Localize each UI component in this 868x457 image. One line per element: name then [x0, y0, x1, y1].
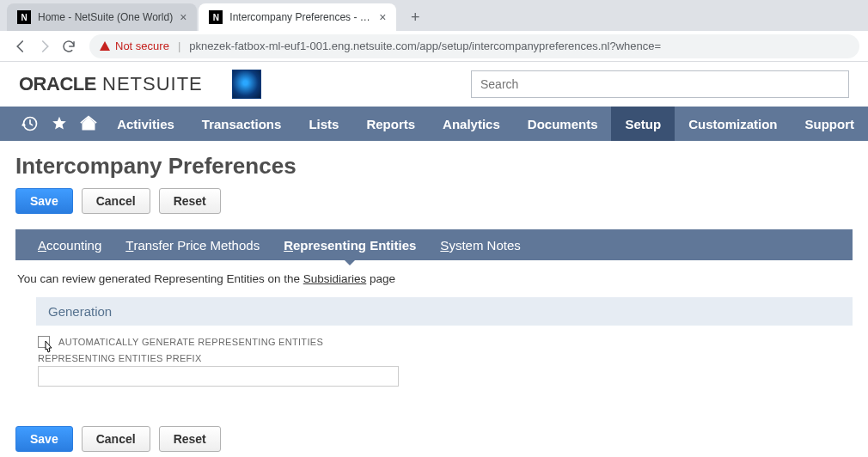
star-icon[interactable] [45, 115, 74, 132]
favicon-netsuite: N [17, 10, 31, 24]
review-text: You can review generated Representing En… [17, 272, 851, 285]
nav-lists[interactable]: Lists [295, 107, 352, 141]
address-field[interactable]: Not secure | pknezek-fatbox-ml-euf1-001.… [89, 34, 859, 58]
reset-button[interactable]: Reset [159, 188, 221, 214]
arrow-left-icon [13, 39, 28, 54]
url-text: pknezek-fatbox-ml-euf1-001.eng.netsuite.… [189, 40, 661, 52]
page-title: Intercompany Preferences [15, 153, 853, 180]
browser-tab-home[interactable]: N Home - NetSuite (One World) × [7, 3, 197, 31]
subtab-accounting[interactable]: Accounting [26, 229, 113, 260]
cancel-button-bottom[interactable]: Cancel [82, 426, 150, 452]
reload-icon [61, 39, 76, 54]
arrow-right-icon [37, 39, 52, 54]
logo-oracle: ORACLE [19, 73, 96, 94]
nav-transactions[interactable]: Transactions [188, 107, 296, 141]
new-tab-button[interactable]: + [403, 5, 427, 29]
subtab-transfer-price[interactable]: Transfer Price Methods [113, 229, 272, 260]
prefix-input[interactable] [38, 366, 399, 387]
save-button[interactable]: Save [15, 188, 73, 214]
reset-button-bottom[interactable]: Reset [159, 426, 221, 452]
page-body: Intercompany Preferences Save Cancel Res… [0, 141, 868, 457]
save-button-bottom[interactable]: Save [15, 426, 73, 452]
search-input[interactable] [471, 70, 849, 98]
generation-section: Generation AUTOMATICALLY GENERATE REPRES… [36, 297, 853, 400]
logo-netsuite: NETSUITE [96, 73, 203, 94]
nav-activities[interactable]: Activities [103, 107, 188, 141]
nav-support[interactable]: Support [792, 107, 869, 141]
button-row-top: Save Cancel Reset [15, 188, 853, 214]
cancel-button[interactable]: Cancel [82, 188, 150, 214]
browser-address-bar: Not secure | pknezek-fatbox-ml-euf1-001.… [0, 31, 868, 62]
recent-icon[interactable] [15, 115, 45, 132]
tab-title: Intercompany Preferences - NetS [229, 11, 372, 23]
nav-customization[interactable]: Customization [675, 107, 791, 141]
browser-tab-active[interactable]: N Intercompany Preferences - NetS × [199, 3, 396, 31]
security-indicator[interactable]: Not secure [100, 40, 169, 52]
close-icon[interactable]: × [379, 10, 386, 24]
oracle-netsuite-logo[interactable]: ORACLE NETSUITE [19, 73, 203, 95]
globe-logo-icon[interactable] [232, 70, 261, 99]
nav-setup[interactable]: Setup [611, 107, 675, 141]
auto-generate-checkbox[interactable] [38, 336, 50, 348]
section-title: Generation [36, 297, 853, 326]
warning-icon [100, 41, 110, 51]
nav-reports[interactable]: Reports [352, 107, 429, 141]
button-row-bottom: Save Cancel Reset [15, 426, 853, 452]
close-icon[interactable]: × [180, 10, 186, 24]
auto-generate-label: AUTOMATICALLY GENERATE REPRESENTING ENTI… [58, 337, 323, 347]
main-nav: Activities Transactions Lists Reports An… [0, 107, 868, 141]
search-container [471, 70, 849, 98]
nav-documents[interactable]: Documents [514, 107, 612, 141]
back-button[interactable] [9, 34, 33, 58]
app-header: ORACLE NETSUITE [0, 62, 868, 107]
prefix-label: REPRESENTING ENTITIES PREFIX [38, 353, 853, 363]
not-secure-label: Not secure [115, 40, 169, 52]
subtab-representing-entities[interactable]: Representing Entities [272, 229, 428, 260]
subtabs: Accounting Transfer Price Methods Repres… [15, 229, 853, 260]
reload-button[interactable] [57, 34, 81, 58]
favicon-netsuite: N [209, 10, 223, 24]
separator: | [178, 40, 180, 52]
subsidiaries-link[interactable]: Subsidiaries [303, 272, 367, 285]
subtab-system-notes[interactable]: System Notes [428, 229, 532, 260]
home-icon[interactable] [74, 115, 103, 132]
browser-tab-strip: N Home - NetSuite (One World) × N Interc… [0, 0, 868, 31]
review-text-post: page [366, 272, 395, 285]
review-text-pre: You can review generated Representing En… [17, 272, 303, 285]
tab-title: Home - NetSuite (One World) [38, 11, 173, 23]
forward-button[interactable] [33, 34, 57, 58]
nav-analytics[interactable]: Analytics [429, 107, 514, 141]
